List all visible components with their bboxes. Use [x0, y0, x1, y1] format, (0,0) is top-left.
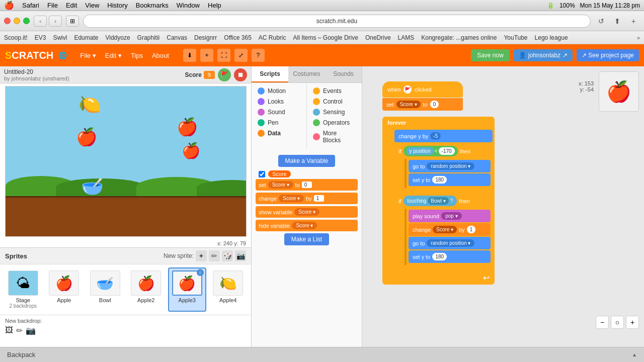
make-list-button[interactable]: Make a List: [284, 233, 329, 245]
neg5-value[interactable]: -5: [430, 132, 441, 140]
address-bar[interactable]: scratch.mit.edu: [83, 15, 591, 28]
bookmark-ev3[interactable]: EV3: [35, 34, 46, 41]
bookmarks-more[interactable]: »: [637, 35, 640, 41]
download-icon[interactable]: ⬇: [183, 49, 196, 62]
paint-backdrop-button[interactable]: ✏: [16, 326, 23, 335]
bookmark-youtube[interactable]: YouTube: [504, 34, 527, 41]
bookmark-googledrive[interactable]: All Items – Google Drive: [293, 34, 358, 41]
refresh-button[interactable]: ↺: [595, 16, 608, 27]
choose-sprite-button[interactable]: ✦: [196, 250, 207, 261]
if-bowl-block[interactable]: if touching Bowl ▾ ? then: [394, 193, 493, 269]
tab-scripts[interactable]: Scripts: [252, 66, 288, 82]
category-operators[interactable]: Operators: [310, 118, 359, 128]
help-icon[interactable]: ?: [252, 49, 265, 62]
category-events[interactable]: Events: [310, 86, 359, 96]
bookmark-kongregate[interactable]: Kongregate: ...games online: [421, 34, 497, 41]
apple-sprite-red2[interactable]: 🍎: [177, 117, 198, 137]
sprite-apple2[interactable]: 🍎 Apple2: [127, 267, 166, 312]
if-ypos-block[interactable]: if y position < -170 then: [394, 143, 493, 192]
bookmark-onedrive[interactable]: OneDrive: [365, 34, 391, 41]
scratch-logo[interactable]: SCRATCH: [5, 50, 53, 61]
close-button[interactable]: [4, 18, 11, 24]
fullscreen-button[interactable]: [23, 18, 30, 24]
y-180-value-1[interactable]: 180: [432, 176, 447, 184]
score-by-1-value[interactable]: 1: [467, 226, 476, 233]
set-score-0-block[interactable]: set Score ▾ to 0: [382, 98, 463, 111]
sprite-apple3[interactable]: 🍎 i Apple3: [168, 267, 206, 312]
zoom-out-button[interactable]: −: [596, 316, 609, 329]
tab-switcher-button[interactable]: ⊞: [66, 16, 79, 27]
category-control[interactable]: Control: [310, 97, 359, 107]
change-score-block-code[interactable]: change Score ▾ by 1: [409, 223, 491, 236]
add-icon[interactable]: +: [200, 49, 213, 62]
nav-file[interactable]: File ▾: [76, 50, 100, 61]
menubar-history[interactable]: History: [107, 2, 127, 9]
sprite-apple[interactable]: 🍎 Apple: [45, 267, 84, 312]
tab-costumes[interactable]: Costumes: [288, 66, 325, 82]
menubar-edit[interactable]: Edit: [66, 2, 77, 9]
go-to-random-1-block[interactable]: go to random position ▾: [409, 160, 491, 172]
zoom-in-button[interactable]: +: [626, 316, 639, 329]
fullscreen-icon[interactable]: ⛶: [217, 49, 230, 62]
go-to-random-2-block[interactable]: go to random position ▾: [409, 237, 491, 249]
stop-button[interactable]: ⏹: [234, 68, 247, 81]
bookmark-legoleague[interactable]: Lego league: [535, 34, 568, 41]
menubar-bookmarks[interactable]: Bookmarks: [136, 2, 169, 9]
tab-sounds[interactable]: Sounds: [325, 66, 362, 82]
bookmark-button[interactable]: +: [627, 16, 640, 27]
variable-check-score[interactable]: Score: [256, 169, 358, 179]
category-sensing[interactable]: Sensing: [310, 107, 359, 117]
category-data[interactable]: Data: [255, 128, 303, 138]
bookmark-edumate[interactable]: Edumate: [74, 34, 98, 41]
save-now-button[interactable]: Save now: [471, 49, 510, 61]
score-checkbox[interactable]: [259, 171, 265, 177]
when-clicked-block[interactable]: when 🚩 clicked: [382, 81, 463, 98]
choose-backdrop-button[interactable]: 🖼: [5, 326, 13, 335]
zoom-reset-button[interactable]: ○: [611, 316, 624, 329]
bookmark-scoopit[interactable]: Scoop.it!: [4, 34, 28, 41]
code-panel[interactable]: 🍎 x: 153 y: -54 when 🚩 clicked set Score…: [362, 66, 644, 347]
language-icon[interactable]: 🌐: [58, 51, 67, 59]
forward-button[interactable]: ›: [49, 16, 62, 27]
bowl-sprite[interactable]: 🥣: [81, 176, 104, 197]
green-flag-button[interactable]: 🚩: [218, 68, 231, 81]
change-y-block[interactable]: change y by -5: [394, 130, 493, 142]
show-variable-block[interactable]: show variable Score ▾: [256, 206, 358, 218]
bookmark-acrubric[interactable]: AC Rubric: [259, 34, 286, 41]
nav-edit[interactable]: Edit ▾: [101, 50, 126, 61]
set-score-block[interactable]: set Score ▾ to 0: [256, 179, 358, 191]
forever-block[interactable]: forever change y by -5 if: [382, 117, 495, 285]
bookmark-canvas[interactable]: Canvas: [167, 34, 187, 41]
hide-variable-block[interactable]: hide variable Score ▾: [256, 220, 358, 231]
apple-sprite-red1[interactable]: 🍎: [76, 127, 97, 147]
bookmark-viddyoze[interactable]: Viddyoze: [105, 34, 130, 41]
minimize-button[interactable]: [14, 18, 20, 24]
nav-tips[interactable]: Tips: [127, 50, 147, 61]
category-pen[interactable]: Pen: [255, 118, 303, 128]
category-motion[interactable]: Motion: [255, 86, 303, 96]
set-y-180-block-2[interactable]: set y to 180: [409, 250, 491, 263]
y-180-value-2[interactable]: 180: [432, 253, 447, 260]
paint-sprite-button[interactable]: ✏: [209, 250, 220, 261]
camera-backdrop-button[interactable]: 📷: [26, 326, 36, 335]
user-menu[interactable]: 👤 johnsonlabz ↗: [514, 49, 573, 61]
apple-sprite-red3[interactable]: 🍎: [182, 142, 200, 159]
sprite-bowl[interactable]: 🥣 Bowl: [86, 267, 124, 312]
category-looks[interactable]: Looks: [255, 97, 303, 107]
see-project-button[interactable]: ↗ See project page: [577, 49, 639, 61]
surprise-sprite-button[interactable]: 🎲: [222, 250, 233, 261]
backpack-bar[interactable]: Backpack ▲: [0, 347, 644, 362]
menubar-safari[interactable]: Safari: [22, 2, 39, 9]
bookmark-graphitii[interactable]: Graphitii: [137, 34, 160, 41]
back-button[interactable]: ‹: [34, 16, 47, 27]
bookmark-office365[interactable]: Office 365: [224, 34, 251, 41]
bookmark-lams[interactable]: LAMS: [398, 34, 415, 41]
category-more-blocks[interactable]: More Blocks: [310, 128, 359, 145]
bookmark-designrr[interactable]: Designrr: [194, 34, 217, 41]
menubar-help[interactable]: Help: [208, 2, 221, 9]
menubar-window[interactable]: Window: [177, 2, 200, 9]
set-y-180-block-1[interactable]: set y to 180: [409, 173, 491, 186]
apple-sprite-yellow[interactable]: 🍋: [78, 94, 101, 115]
menubar-file[interactable]: File: [47, 2, 58, 9]
play-sound-block[interactable]: play sound pop ▾: [409, 210, 491, 222]
